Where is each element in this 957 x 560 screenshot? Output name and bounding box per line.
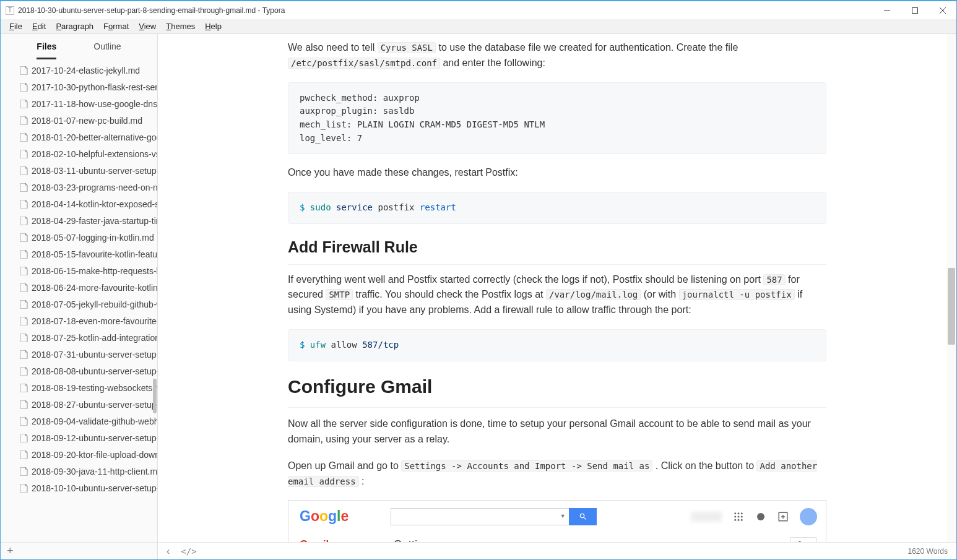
file-item[interactable]: 2018-06-15-make-http-requests-ko: [1, 262, 157, 279]
file-name: 2018-05-15-favourite-kotlin-featur: [32, 249, 157, 259]
inline-code: journalctl -u postfix: [679, 289, 795, 300]
file-item[interactable]: 2017-10-30-python-flask-rest-serv: [1, 79, 157, 95]
file-item[interactable]: 2018-09-20-ktor-file-upload-down: [1, 446, 157, 463]
file-item[interactable]: 2018-07-25-kotlin-add-integration: [1, 329, 157, 346]
window-title: 2018-10-30-ubuntu-server-setup-part-8-se…: [18, 6, 285, 15]
file-item[interactable]: 2018-04-14-kotlin-ktor-exposed-st: [1, 196, 157, 212]
document-icon: [20, 334, 28, 342]
paragraph-text: If everything went well and Postfix star…: [288, 274, 763, 285]
back-button[interactable]: ‹: [167, 546, 170, 557]
maximize-button[interactable]: [901, 2, 929, 19]
file-name: 2017-10-24-elastic-jekyll.md: [32, 66, 140, 75]
app-icon: T: [6, 6, 14, 15]
document-icon: [20, 267, 28, 275]
file-name: 2018-07-18-even-more-favourite-k: [32, 316, 157, 326]
file-item[interactable]: 2018-05-15-favourite-kotlin-featur: [1, 246, 157, 262]
file-name: 2018-09-30-java-11-http-client.md: [32, 467, 157, 476]
editor-scrollbar-thumb[interactable]: [948, 268, 955, 345]
inline-code: SMTP: [326, 289, 353, 300]
file-name: 2018-06-15-make-http-requests-ko: [32, 266, 157, 276]
document-icon: [20, 183, 28, 192]
menu-themes[interactable]: Themes: [161, 20, 200, 32]
inline-code: 587: [763, 274, 785, 285]
google-logo: Google: [300, 506, 349, 528]
add-file-button[interactable]: +: [7, 545, 14, 558]
inline-code: Settings -> Accounts and Import -> Send …: [401, 460, 652, 472]
file-name: 2018-01-07-new-pc-build.md: [32, 116, 142, 126]
file-item[interactable]: 2018-01-20-better-alternative-goo: [1, 129, 157, 145]
file-item[interactable]: 2017-10-24-elastic-jekyll.md: [1, 62, 157, 79]
document-icon: [20, 300, 28, 309]
file-item[interactable]: 2018-07-31-ubuntu-server-setup-p: [1, 346, 157, 363]
document-icon: [20, 283, 28, 292]
menu-help[interactable]: Help: [200, 20, 227, 32]
code-block[interactable]: pwcheck_method: auxprop auxprop_plugin: …: [288, 82, 826, 155]
source-mode-button[interactable]: </>: [181, 546, 196, 556]
file-name: 2018-10-10-ubuntu-server-setup-p: [32, 483, 157, 493]
file-item[interactable]: 2017-11-18-how-use-google-dns.m: [1, 95, 157, 112]
paragraph-text: Open up Gmail and go to: [288, 460, 401, 471]
document-icon: [20, 133, 28, 142]
editor-content[interactable]: We also need to tell Cyrus SASL to use t…: [158, 34, 956, 542]
file-item[interactable]: 2018-08-27-ubuntu-server-setup-p: [1, 396, 157, 413]
file-item[interactable]: 2018-04-29-faster-java-startup-tim: [1, 212, 157, 229]
menu-edit[interactable]: Edit: [27, 20, 51, 32]
file-item[interactable]: 2018-03-23-programs-need-on-ne: [1, 179, 157, 196]
file-name: 2018-09-12-ubuntu-server-setup-p: [32, 433, 157, 443]
gear-button: ▼: [790, 537, 817, 542]
file-item[interactable]: 2018-09-04-validate-github-webho: [1, 413, 157, 429]
menu-paragraph[interactable]: Paragraph: [51, 20, 98, 32]
document-icon: [20, 217, 28, 225]
file-item[interactable]: 2018-09-12-ubuntu-server-setup-p: [1, 429, 157, 446]
sidebar-tab-outline[interactable]: Outline: [93, 41, 121, 59]
inline-code: /etc/postfix/sasl/smtpd.conf: [288, 58, 440, 69]
paragraph-text: (or with: [641, 289, 678, 299]
add-icon: [777, 511, 789, 522]
file-name: 2017-11-18-how-use-google-dns.m: [32, 99, 157, 109]
file-item[interactable]: 2018-09-30-java-11-http-client.md: [1, 463, 157, 480]
file-item[interactable]: 2018-08-19-testing-websockets.md: [1, 379, 157, 396]
file-item[interactable]: 2018-02-10-helpful-extensions-vsc: [1, 145, 157, 162]
file-item[interactable]: 2018-01-07-new-pc-build.md: [1, 112, 157, 129]
file-name: 2018-09-20-ktor-file-upload-down: [32, 450, 157, 460]
document-icon: [20, 484, 28, 493]
file-name: 2018-04-14-kotlin-ktor-exposed-st: [32, 199, 157, 209]
file-item[interactable]: 2018-07-05-jekyll-rebuild-github-w: [1, 296, 157, 312]
paragraph-text: Once you have made these changes, restar…: [288, 165, 826, 181]
menu-file[interactable]: File: [4, 20, 27, 32]
settings-title: Settings: [394, 535, 436, 542]
svg-point-9: [741, 516, 743, 518]
sidebar-scrollbar[interactable]: [153, 379, 157, 413]
file-item[interactable]: 2018-06-24-more-favourite-kotlin-: [1, 279, 157, 296]
sidebar-tab-files[interactable]: Files: [37, 41, 56, 59]
file-name: 2018-03-11-ubuntu-server-setup-p: [32, 166, 157, 176]
svg-point-8: [738, 516, 740, 518]
inline-code: Cyrus SASL: [378, 42, 436, 53]
file-item[interactable]: 2018-05-07-logging-in-kotlin.md: [1, 229, 157, 246]
paragraph-text: and enter the following:: [440, 58, 545, 68]
document-icon: [20, 116, 28, 125]
file-name: 2018-02-10-helpful-extensions-vsc: [32, 149, 157, 159]
file-name: 2018-08-08-ubuntu-server-setup-p: [32, 366, 157, 376]
avatar: [800, 508, 817, 525]
code-block[interactable]: $ sudo service postfix restart: [288, 192, 826, 224]
menu-format[interactable]: Format: [98, 20, 134, 32]
search-icon: [579, 512, 587, 521]
file-item[interactable]: 2018-10-10-ubuntu-server-setup-p: [1, 480, 157, 496]
minimize-button[interactable]: [873, 2, 901, 19]
file-name: 2018-05-07-logging-in-kotlin.md: [32, 233, 154, 243]
menu-view[interactable]: View: [134, 20, 161, 32]
file-item[interactable]: 2018-03-11-ubuntu-server-setup-p: [1, 162, 157, 179]
file-item[interactable]: 2018-07-18-even-more-favourite-k: [1, 312, 157, 329]
svg-rect-1: [912, 7, 917, 13]
file-list[interactable]: 2017-10-24-elastic-jekyll.md2017-10-30-p…: [1, 62, 157, 542]
code-block[interactable]: $ ufw allow 587/tcp: [288, 329, 826, 361]
paragraph-text: :: [359, 476, 365, 486]
editor-scrollbar-track[interactable]: [946, 34, 956, 542]
file-item[interactable]: 2018-08-08-ubuntu-server-setup-p: [1, 363, 157, 379]
sidebar: Files Outline 2017-10-24-elastic-jekyll.…: [1, 34, 158, 559]
close-button[interactable]: [929, 2, 956, 19]
document-icon: [20, 317, 28, 325]
file-name: 2018-08-19-testing-websockets.md: [32, 383, 157, 393]
svg-point-4: [734, 512, 736, 514]
